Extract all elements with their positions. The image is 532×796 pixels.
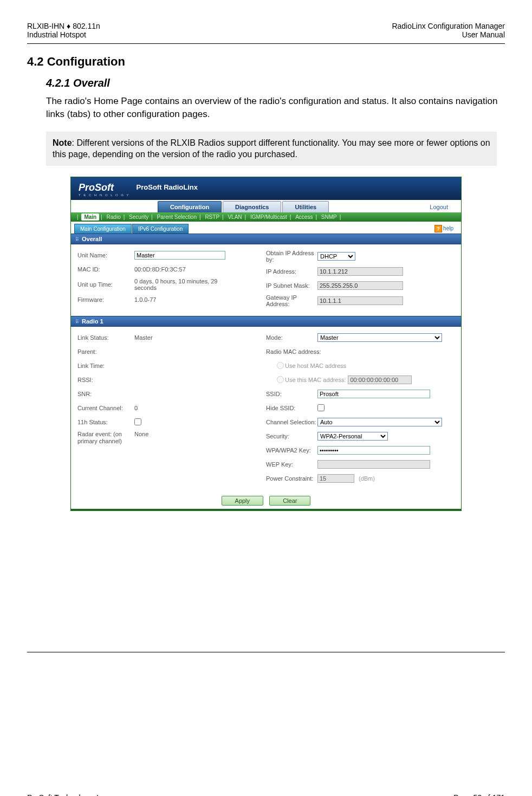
label-wpa-key: WPA/WPA2 Key:	[266, 447, 317, 454]
mode-select[interactable]: Master	[317, 333, 442, 342]
ip-address-input[interactable]	[317, 267, 403, 276]
panel-overall-body: Unit Name: MAC ID: 00:0D:8D:F0:3C:57 Uni…	[71, 244, 461, 316]
power-constraint-input[interactable]	[317, 474, 354, 483]
note-prefix: Note	[53, 138, 72, 147]
label-wep-key: WEP Key:	[266, 461, 317, 468]
value-radar-event: None	[134, 431, 148, 437]
value-firmware: 1.0.0-77	[134, 296, 156, 303]
obtain-ip-select[interactable]: DHCP	[317, 252, 355, 261]
header-left-2: Industrial Hotspot	[27, 30, 100, 39]
label-hide-ssid: Hide SSID:	[266, 405, 317, 411]
help-link[interactable]: ?help	[434, 225, 458, 234]
wep-key-input[interactable]	[317, 460, 430, 469]
brand-name: ProSoft	[79, 182, 130, 193]
dbm-label: (dBm)	[359, 475, 375, 482]
subtab-access[interactable]: Access	[294, 214, 314, 220]
label-mac-id: MAC ID:	[77, 266, 134, 273]
note-box: Note: Different versions of the RLXIB Ra…	[46, 132, 497, 166]
subnet-input[interactable]	[317, 281, 403, 290]
label-11h-status: 11h Status:	[77, 419, 134, 425]
apply-button[interactable]: Apply	[222, 496, 264, 506]
label-parent: Parent:	[77, 348, 134, 355]
channel-select[interactable]: Auto	[317, 418, 442, 426]
screenshot: ProSoft T E C H N O L O G Y ProSoft Radi…	[70, 177, 462, 511]
cfgtab-main[interactable]: Main Configuration	[74, 224, 132, 234]
label-unit-name: Unit Name:	[77, 252, 134, 258]
note-text: : Different versions of the RLXIB Radios…	[53, 138, 490, 159]
hide-ssid-checkbox[interactable]	[317, 404, 325, 411]
body-paragraph: The radio's Home Page contains an overvi…	[46, 95, 505, 121]
11h-status-checkbox[interactable]	[134, 418, 141, 425]
use-host-mac-radio[interactable]	[277, 362, 284, 369]
subsection-heading: 4.2.1 Overall	[46, 77, 505, 89]
app-title: ProSoft RadioLinx	[137, 183, 198, 191]
label-subnet: IP Subnet Mask:	[266, 282, 317, 289]
header-left-1: RLXIB-IHN ♦ 802.11n	[27, 22, 100, 30]
footer-rule	[27, 652, 505, 652]
section-heading: 4.2 Configuration	[27, 55, 505, 69]
subtab-snmp[interactable]: SNMP	[320, 214, 338, 220]
use-this-mac-input[interactable]	[348, 376, 412, 384]
label-link-status: Link Status:	[77, 334, 134, 341]
sub-tabs: | Main| Radio| Security| Parent Selectio…	[71, 212, 461, 222]
header-rule	[27, 43, 505, 44]
unit-name-input[interactable]	[134, 251, 225, 260]
header-right-1: RadioLinx Configuration Manager	[392, 22, 505, 30]
app-header: ProSoft T E C H N O L O G Y ProSoft Radi…	[71, 177, 461, 200]
clear-button[interactable]: Clear	[269, 496, 310, 506]
label-use-host-mac: Use host MAC address	[285, 363, 346, 369]
help-text: help	[443, 225, 453, 231]
use-this-mac-radio[interactable]	[277, 376, 284, 383]
value-link-status: Master	[134, 334, 153, 341]
label-ip-addr: IP Address:	[266, 268, 317, 275]
label-snr: SNR:	[77, 391, 134, 397]
label-radio-mac: Radio MAC address:	[266, 348, 321, 355]
panel-overall-title: ⠿Overall	[71, 234, 461, 244]
button-row: Apply Clear	[71, 493, 461, 509]
label-obtain-ip: Obtain IP Address by:	[266, 250, 317, 263]
subtab-main[interactable]: Main	[81, 213, 99, 221]
brand-sub: T E C H N O L O G Y	[79, 193, 130, 197]
drag-handle-icon: ⠿	[75, 319, 80, 325]
label-power-constraint: Power Constraint:	[266, 475, 317, 482]
header-right-2: User Manual	[392, 30, 505, 39]
tab-diagnostics[interactable]: Diagnostics	[223, 201, 281, 212]
subtab-vlan[interactable]: VLAN	[226, 214, 243, 220]
subtab-radio[interactable]: Radio	[106, 214, 122, 220]
label-mode: Mode:	[266, 334, 317, 341]
doc-header: RLXIB-IHN ♦ 802.11n Industrial Hotspot R…	[27, 22, 505, 39]
logo: ProSoft T E C H N O L O G Y	[71, 180, 137, 197]
help-icon: ?	[434, 225, 442, 232]
wpa-key-input[interactable]	[317, 446, 430, 455]
gateway-input[interactable]	[317, 296, 403, 305]
label-use-this-mac: Use this MAC address:	[285, 377, 346, 383]
label-current-channel: Current Channel:	[77, 405, 134, 411]
security-select[interactable]: WPA2-Personal	[317, 432, 388, 441]
config-tabs: Main Configuration IPv6 Configuration ?h…	[71, 222, 461, 234]
tab-utilities[interactable]: Utilities	[282, 201, 329, 212]
label-ssid: SSID:	[266, 391, 317, 397]
logout-link[interactable]: Logout	[430, 204, 457, 212]
subtab-igmp[interactable]: IGMP/Multicast	[249, 214, 288, 220]
footer-left-1: ProSoft Technology, Inc.	[27, 793, 108, 796]
label-security: Security:	[266, 433, 317, 439]
footer-right: Page 53 of 171	[453, 793, 505, 796]
subtab-parent-selection[interactable]: Parent Selection	[156, 214, 198, 220]
ssid-input[interactable]	[317, 390, 430, 398]
label-rssi: RSSI:	[77, 377, 134, 383]
doc-footer: ProSoft Technology, Inc. May 23, 2011 Pa…	[27, 793, 505, 796]
drag-handle-icon: ⠿	[75, 237, 80, 242]
subtab-rstp[interactable]: RSTP	[204, 214, 220, 220]
panel-radio1-title: ⠿Radio 1	[71, 316, 461, 327]
label-firmware: Firmware:	[77, 296, 134, 303]
label-link-time: Link Time:	[77, 363, 134, 369]
label-channel-selection: Channel Selection:	[266, 419, 317, 425]
value-mac-id: 00:0D:8D:F0:3C:57	[134, 266, 186, 273]
panel-radio1-body: Link Status: Master Parent: Link Time: R…	[71, 327, 461, 493]
label-radar-event: Radar event: (on primary channel)	[77, 431, 134, 445]
label-gateway: Gateway IP Address:	[266, 294, 317, 307]
cfgtab-ipv6[interactable]: IPv6 Configuration	[132, 224, 189, 234]
subtab-security[interactable]: Security	[128, 214, 150, 220]
main-tabs: Configuration Diagnostics Utilities Logo…	[71, 200, 461, 212]
tab-configuration[interactable]: Configuration	[158, 201, 222, 212]
